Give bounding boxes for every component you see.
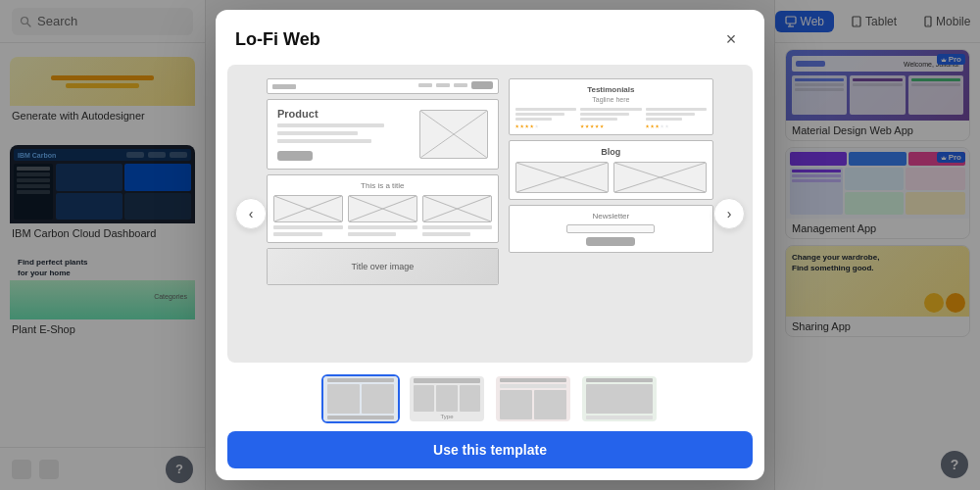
thumbnail-4[interactable] [580, 374, 659, 423]
modal-overlay: Lo-Fi Web × ‹ [0, 0, 980, 490]
section1-title: This is a title [273, 181, 492, 190]
next-arrow-button[interactable]: › [713, 198, 745, 229]
modal: Lo-Fi Web × ‹ [216, 10, 764, 480]
modal-header: Lo-Fi Web × [216, 10, 764, 53]
testimonials-subtitle: Tagline here [515, 96, 707, 103]
title-over-image: Title over image [351, 262, 414, 271]
use-template-label: Use this template [433, 442, 547, 458]
hero-title: Product [277, 108, 412, 120]
thumbnail-strip: Type [216, 374, 764, 431]
thumbnail-1[interactable] [321, 374, 400, 423]
thumbnail-3[interactable] [494, 374, 572, 423]
modal-preview: ‹ [227, 65, 753, 363]
testimonials-title: Testimonials [515, 85, 707, 94]
modal-close-button[interactable]: × [717, 25, 745, 53]
prev-arrow-button[interactable]: ‹ [235, 198, 267, 229]
modal-footer: Use this template [216, 431, 764, 480]
modal-title: Lo-Fi Web [235, 29, 320, 50]
use-template-button[interactable]: Use this template [227, 431, 753, 468]
thumbnail-2[interactable]: Type [408, 374, 486, 423]
newsletter-title: Newsletter [592, 212, 629, 220]
blog-title: Blog [515, 147, 707, 157]
